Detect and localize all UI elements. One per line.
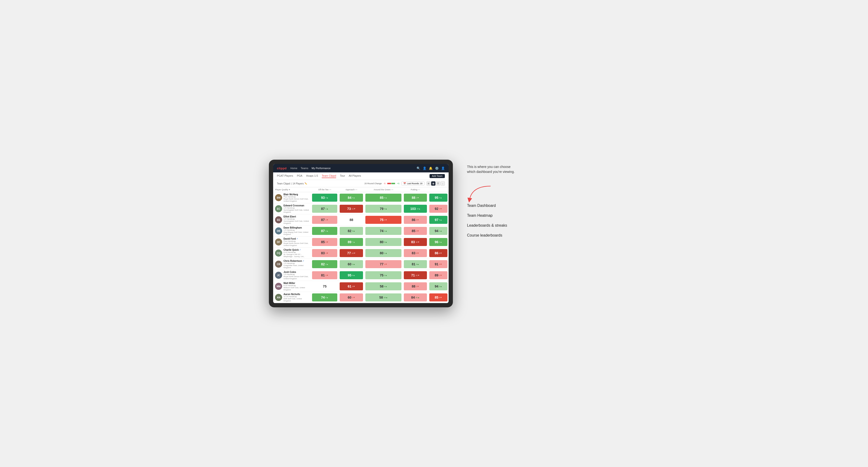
metric-change: 8▲ (326, 297, 328, 299)
table-body: BMBlair McHargPlus HandicapRoyal North D… (273, 192, 448, 303)
download-button[interactable]: ↓ (441, 181, 445, 186)
change-min: -5 (383, 182, 385, 185)
list-view-button[interactable]: ☰ (436, 181, 440, 186)
metric-change: 11▼ (415, 274, 420, 276)
metric-around-green-5: 801▲ (364, 248, 403, 259)
table-row: EEElliot Ebert1-5 HandicapSunningdale Go… (273, 214, 448, 225)
metric-change: 1▼ (352, 297, 355, 299)
player-club: Woburn Golf Club, United Kingdom (283, 286, 309, 291)
metric-value: 85 (321, 240, 325, 244)
settings-icon[interactable]: ⚙️ (435, 166, 439, 170)
metric-change: 4▲ (384, 285, 387, 287)
table-row: BMBlair McHargPlus HandicapRoyal North D… (273, 192, 448, 203)
player-handicap: 6-10 Handicap (283, 251, 309, 253)
metric-putting-2: 975▲ (428, 214, 448, 225)
player-cell-4[interactable]: DFDavid Ford✓Plus HandicapRoyal North De… (273, 237, 311, 248)
subnav-all-players[interactable]: All Players (349, 174, 361, 178)
metric-off-tee-7: 813▼ (311, 270, 338, 281)
metric-change: 1▼ (416, 197, 419, 199)
metric-value: 89 (435, 273, 438, 277)
player-name: Elliot Ebert (283, 215, 309, 218)
subnav-hcaps[interactable]: Hcaps 1-5 (306, 174, 318, 178)
metric-value: 73 (347, 207, 351, 211)
metric-putting-8: 943▲ (428, 281, 448, 292)
player-cell-8[interactable]: MMMatt Miller6-10 HandicapWoburn Golf Cl… (273, 281, 311, 292)
metric-change: 3▼ (352, 285, 355, 287)
metric-putting-1: 923▼ (428, 203, 448, 214)
heatmap-view-button[interactable]: ▦ (431, 181, 435, 186)
player-club: Royal North Devon Golf Club, United King… (283, 198, 309, 202)
player-club: Royal North Devon Golf Club, United King… (283, 242, 309, 247)
view-icons: ⊞ ▦ ☰ ↓ (427, 181, 445, 186)
player-cell-6[interactable]: CRChris Robertson✓1-5 HandicapCraigmilla… (273, 259, 311, 270)
col-header-around-green[interactable]: Around the Green — (364, 187, 403, 192)
metric-off-tee-5: 833▼ (311, 248, 338, 259)
metric-change: 8▲ (384, 197, 387, 199)
table-header-row: Player Quality ▾ Off the Tee — Approach … (273, 187, 448, 192)
nav-icons: 🔍 👤 🔔 ⚙️ 👤 (416, 166, 445, 170)
col-header-approach[interactable]: Approach — (338, 187, 364, 192)
metric-approach-1: 7311▼ (338, 203, 364, 214)
player-cell-2[interactable]: EEElliot Ebert1-5 HandicapSunningdale Go… (273, 214, 311, 225)
user-icon[interactable]: 👤 (423, 166, 427, 170)
option-team-dashboard[interactable]: Team Dashboard (467, 204, 538, 208)
metric-around-green-8: 584▲ (364, 281, 403, 292)
metric-change: 3▲ (439, 241, 442, 243)
option-course-leaderboards[interactable]: Course leaderboards (467, 233, 538, 238)
player-cell-7[interactable]: JCJosh Coles1-5 HandicapRoyal North Devo… (273, 270, 311, 281)
metric-value: 82 (348, 229, 351, 233)
subnav-pgat[interactable]: PGAT Players (277, 174, 293, 178)
nav-link-my-performance[interactable]: My Performance (312, 166, 331, 170)
player-name: Dave Billingham (283, 226, 309, 229)
metric-value: 86 (435, 251, 438, 255)
player-cell-1[interactable]: ECEdward Crossman1-5 HandicapSunningdale… (273, 203, 311, 214)
metric-value: 85 (380, 196, 383, 199)
player-cell-0[interactable]: BMBlair McHargPlus HandicapRoyal North D… (273, 192, 311, 203)
option-team-heatmap[interactable]: Team Heatmap (467, 214, 538, 218)
metric-value: 87 (321, 229, 325, 233)
metric-change: 15▲ (416, 208, 421, 210)
col-header-player[interactable]: Player Quality ▾ (273, 187, 311, 192)
nav-link-teams[interactable]: Teams (301, 166, 308, 170)
search-icon[interactable]: 🔍 (416, 166, 420, 170)
col-header-off-tee[interactable]: Off the Tee — (311, 187, 338, 192)
metric-value: 80 (380, 240, 383, 244)
metric-change: 3▼ (326, 241, 328, 243)
player-name: Charlie Quick✓ (283, 249, 309, 251)
last-rounds-button[interactable]: 📅 Last Rounds: 20 (401, 182, 425, 185)
subnav-pga[interactable]: PGA (297, 174, 302, 178)
player-cell-9[interactable]: ANAaron Nicholls11-15 HandicapDrift Golf… (273, 292, 311, 303)
metric-value: 88 (412, 196, 415, 199)
metric-change: 2▼ (439, 274, 442, 276)
subnav-team-clippd[interactable]: Team Clippd (322, 174, 336, 178)
player-cell-3[interactable]: DBDave Billingham1-5 HandicapGog Magog G… (273, 225, 311, 237)
add-team-button[interactable]: Add Team (430, 174, 445, 178)
subnav-tour[interactable]: Tour (340, 174, 345, 178)
team-name: Team Clippd (277, 182, 290, 185)
metric-value: 79 (380, 207, 383, 211)
metric-around-green-3: 741▲ (364, 225, 403, 237)
player-avatar: CR (275, 261, 282, 268)
metric-off-tee-2: 873▼ (311, 214, 338, 225)
player-cell-5[interactable]: CQCharlie Quick✓6-10 HandicapSt. George'… (273, 248, 311, 259)
nav-link-home[interactable]: Home (290, 166, 297, 170)
metric-value: 81 (412, 262, 415, 266)
col-header-putting[interactable]: Putting — (403, 187, 428, 192)
metric-value: 87 (321, 207, 325, 211)
metric-value: 75 (380, 218, 383, 222)
account-icon[interactable]: 👤 (441, 166, 445, 170)
metric-change: 3▼ (326, 219, 328, 221)
bell-icon[interactable]: 🔔 (429, 166, 433, 170)
player-club: Craigmillar Park, United Kingdom (283, 264, 309, 269)
metric-value: 77 (347, 251, 351, 255)
metric-change: 4▲ (326, 230, 328, 232)
metric-value: 75 (380, 273, 383, 277)
grid-view-button[interactable]: ⊞ (427, 181, 431, 186)
metric-putting-6: 913▼ (428, 259, 448, 270)
metric-change: 6▲ (352, 197, 355, 199)
metric-change: 9▲ (384, 208, 387, 210)
metric-change: 3▲ (326, 263, 328, 266)
option-leaderboards[interactable]: Leaderboards & streaks (467, 223, 538, 228)
metric-value: 81 (321, 273, 325, 277)
edit-icon[interactable]: ✏️ (305, 182, 307, 185)
